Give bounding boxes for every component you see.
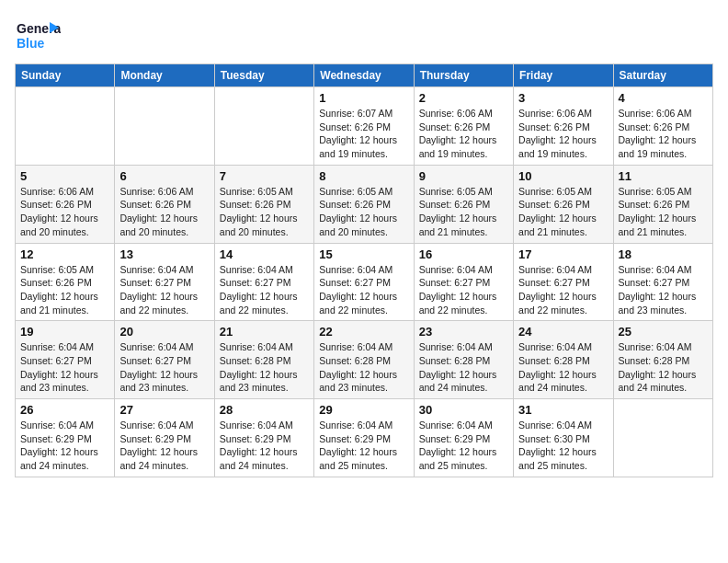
day-info: Sunrise: 6:05 AM Sunset: 6:26 PM Dayligh…: [319, 185, 408, 239]
day-info: Sunrise: 6:04 AM Sunset: 6:27 PM Dayligh…: [419, 263, 508, 317]
day-number: 17: [518, 247, 608, 261]
calendar-day-cell: 7Sunrise: 6:05 AM Sunset: 6:26 PM Daylig…: [214, 165, 313, 243]
calendar-day-cell: 5Sunrise: 6:06 AM Sunset: 6:26 PM Daylig…: [16, 165, 115, 243]
day-number: 14: [220, 247, 309, 261]
calendar-day-cell: 9Sunrise: 6:05 AM Sunset: 6:26 PM Daylig…: [414, 165, 513, 243]
day-info: Sunrise: 6:06 AM Sunset: 6:26 PM Dayligh…: [419, 107, 508, 161]
svg-text:Blue: Blue: [17, 36, 45, 51]
day-number: 24: [518, 325, 608, 339]
calendar-day-cell: 28Sunrise: 6:04 AM Sunset: 6:29 PM Dayli…: [214, 399, 313, 477]
day-info: Sunrise: 6:06 AM Sunset: 6:26 PM Dayligh…: [20, 185, 109, 239]
calendar-day-cell: [16, 87, 115, 166]
day-number: 22: [319, 325, 408, 339]
calendar-day-cell: 6Sunrise: 6:06 AM Sunset: 6:26 PM Daylig…: [115, 165, 214, 243]
day-info: Sunrise: 6:04 AM Sunset: 6:28 PM Dayligh…: [619, 340, 708, 395]
day-info: Sunrise: 6:06 AM Sunset: 6:26 PM Dayligh…: [518, 107, 608, 161]
day-info: Sunrise: 6:04 AM Sunset: 6:28 PM Dayligh…: [220, 340, 309, 395]
calendar-day-cell: 27Sunrise: 6:04 AM Sunset: 6:29 PM Dayli…: [115, 399, 214, 477]
day-of-week-header: Wednesday: [314, 64, 414, 87]
page-header: GeneralBlue: [15, 15, 713, 56]
calendar-day-cell: 29Sunrise: 6:04 AM Sunset: 6:29 PM Dayli…: [314, 399, 414, 477]
calendar-day-cell: 4Sunrise: 6:06 AM Sunset: 6:26 PM Daylig…: [613, 87, 712, 166]
calendar-day-cell: 2Sunrise: 6:06 AM Sunset: 6:26 PM Daylig…: [414, 87, 513, 166]
day-number: 29: [319, 403, 408, 417]
day-info: Sunrise: 6:04 AM Sunset: 6:28 PM Dayligh…: [419, 340, 508, 395]
day-info: Sunrise: 6:05 AM Sunset: 6:26 PM Dayligh…: [220, 185, 309, 239]
day-number: 18: [619, 247, 708, 261]
calendar-day-cell: 30Sunrise: 6:04 AM Sunset: 6:29 PM Dayli…: [414, 399, 513, 477]
day-number: 19: [20, 325, 109, 339]
day-of-week-header: Monday: [115, 64, 214, 87]
day-of-week-header: Thursday: [414, 64, 513, 87]
calendar-day-cell: 23Sunrise: 6:04 AM Sunset: 6:28 PM Dayli…: [414, 321, 513, 399]
day-info: Sunrise: 6:04 AM Sunset: 6:27 PM Dayligh…: [119, 263, 209, 317]
day-number: 27: [119, 403, 209, 417]
calendar-day-cell: 21Sunrise: 6:04 AM Sunset: 6:28 PM Dayli…: [214, 321, 313, 399]
calendar-day-cell: 8Sunrise: 6:05 AM Sunset: 6:26 PM Daylig…: [314, 165, 414, 243]
day-info: Sunrise: 6:04 AM Sunset: 6:29 PM Dayligh…: [319, 419, 408, 473]
calendar-day-cell: 31Sunrise: 6:04 AM Sunset: 6:30 PM Dayli…: [514, 399, 613, 477]
day-info: Sunrise: 6:04 AM Sunset: 6:27 PM Dayligh…: [619, 263, 708, 317]
calendar-day-cell: 24Sunrise: 6:04 AM Sunset: 6:28 PM Dayli…: [514, 321, 613, 399]
day-info: Sunrise: 6:04 AM Sunset: 6:27 PM Dayligh…: [518, 263, 608, 317]
day-info: Sunrise: 6:04 AM Sunset: 6:27 PM Dayligh…: [220, 263, 309, 317]
day-info: Sunrise: 6:04 AM Sunset: 6:28 PM Dayligh…: [518, 340, 608, 395]
calendar-day-cell: 22Sunrise: 6:04 AM Sunset: 6:28 PM Dayli…: [314, 321, 414, 399]
day-info: Sunrise: 6:06 AM Sunset: 6:26 PM Dayligh…: [119, 185, 209, 239]
day-info: Sunrise: 6:04 AM Sunset: 6:30 PM Dayligh…: [518, 419, 608, 473]
calendar-day-cell: 12Sunrise: 6:05 AM Sunset: 6:26 PM Dayli…: [16, 243, 115, 321]
day-info: Sunrise: 6:04 AM Sunset: 6:29 PM Dayligh…: [419, 419, 508, 473]
calendar-header-row: SundayMondayTuesdayWednesdayThursdayFrid…: [16, 64, 713, 87]
day-number: 3: [518, 91, 608, 105]
calendar-day-cell: [214, 87, 313, 166]
day-number: 1: [319, 91, 408, 105]
day-info: Sunrise: 6:04 AM Sunset: 6:29 PM Dayligh…: [220, 419, 309, 473]
day-number: 26: [20, 403, 109, 417]
calendar-day-cell: 18Sunrise: 6:04 AM Sunset: 6:27 PM Dayli…: [613, 243, 712, 321]
day-number: 12: [20, 247, 109, 261]
calendar-day-cell: 14Sunrise: 6:04 AM Sunset: 6:27 PM Dayli…: [214, 243, 313, 321]
calendar-day-cell: 15Sunrise: 6:04 AM Sunset: 6:27 PM Dayli…: [314, 243, 414, 321]
calendar-day-cell: 1Sunrise: 6:07 AM Sunset: 6:26 PM Daylig…: [314, 87, 414, 166]
calendar-day-cell: 26Sunrise: 6:04 AM Sunset: 6:29 PM Dayli…: [16, 399, 115, 477]
day-number: 8: [319, 169, 408, 183]
day-number: 2: [419, 91, 508, 105]
calendar-day-cell: 13Sunrise: 6:04 AM Sunset: 6:27 PM Dayli…: [115, 243, 214, 321]
calendar-day-cell: 10Sunrise: 6:05 AM Sunset: 6:26 PM Dayli…: [514, 165, 613, 243]
day-number: 20: [119, 325, 209, 339]
calendar-day-cell: 11Sunrise: 6:05 AM Sunset: 6:26 PM Dayli…: [613, 165, 712, 243]
day-number: 11: [619, 169, 708, 183]
day-of-week-header: Sunday: [16, 64, 115, 87]
day-number: 23: [419, 325, 508, 339]
day-number: 4: [619, 91, 708, 105]
day-number: 9: [419, 169, 508, 183]
day-info: Sunrise: 6:04 AM Sunset: 6:27 PM Dayligh…: [119, 340, 209, 395]
logo-svg: GeneralBlue: [15, 15, 61, 56]
day-info: Sunrise: 6:05 AM Sunset: 6:26 PM Dayligh…: [619, 185, 708, 239]
day-number: 28: [220, 403, 309, 417]
logo: GeneralBlue: [15, 15, 61, 56]
calendar-table: SundayMondayTuesdayWednesdayThursdayFrid…: [15, 63, 713, 477]
day-info: Sunrise: 6:05 AM Sunset: 6:26 PM Dayligh…: [419, 185, 508, 239]
day-info: Sunrise: 6:05 AM Sunset: 6:26 PM Dayligh…: [20, 263, 109, 317]
calendar-week-row: 1Sunrise: 6:07 AM Sunset: 6:26 PM Daylig…: [16, 87, 713, 166]
day-number: 21: [220, 325, 309, 339]
day-number: 31: [518, 403, 608, 417]
calendar-day-cell: [115, 87, 214, 166]
calendar-day-cell: [613, 399, 712, 477]
day-number: 7: [220, 169, 309, 183]
day-info: Sunrise: 6:04 AM Sunset: 6:27 PM Dayligh…: [319, 263, 408, 317]
day-of-week-header: Tuesday: [214, 64, 313, 87]
calendar-day-cell: 17Sunrise: 6:04 AM Sunset: 6:27 PM Dayli…: [514, 243, 613, 321]
day-number: 30: [419, 403, 508, 417]
day-of-week-header: Saturday: [613, 64, 712, 87]
calendar-day-cell: 25Sunrise: 6:04 AM Sunset: 6:28 PM Dayli…: [613, 321, 712, 399]
day-number: 10: [518, 169, 608, 183]
calendar-week-row: 19Sunrise: 6:04 AM Sunset: 6:27 PM Dayli…: [16, 321, 713, 399]
calendar-week-row: 26Sunrise: 6:04 AM Sunset: 6:29 PM Dayli…: [16, 399, 713, 477]
day-info: Sunrise: 6:04 AM Sunset: 6:28 PM Dayligh…: [319, 340, 408, 395]
day-info: Sunrise: 6:06 AM Sunset: 6:26 PM Dayligh…: [619, 107, 708, 161]
day-info: Sunrise: 6:04 AM Sunset: 6:27 PM Dayligh…: [20, 340, 109, 395]
day-info: Sunrise: 6:07 AM Sunset: 6:26 PM Dayligh…: [319, 107, 408, 161]
calendar-day-cell: 16Sunrise: 6:04 AM Sunset: 6:27 PM Dayli…: [414, 243, 513, 321]
